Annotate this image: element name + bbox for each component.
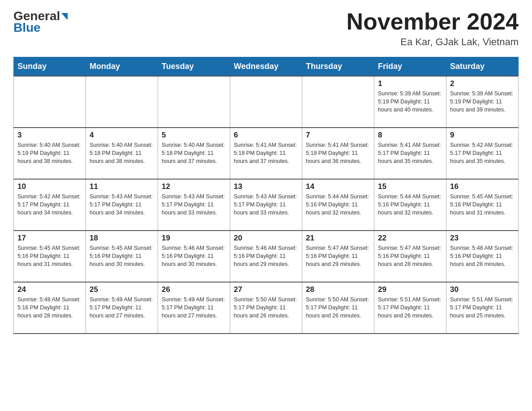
day-info: Sunrise: 5:45 AM Sunset: 5:16 PM Dayligh… [90,244,154,268]
day-number: 10 [17,182,82,191]
day-number: 19 [162,234,226,243]
calendar-day-cell: 11Sunrise: 5:43 AM Sunset: 5:17 PM Dayli… [86,179,158,231]
day-info: Sunrise: 5:47 AM Sunset: 5:16 PM Dayligh… [306,244,370,268]
day-number: 2 [450,79,515,88]
day-info: Sunrise: 5:45 AM Sunset: 5:16 PM Dayligh… [17,244,82,268]
day-info: Sunrise: 5:49 AM Sunset: 5:17 PM Dayligh… [90,295,154,320]
calendar-day-cell: 15Sunrise: 5:44 AM Sunset: 5:16 PM Dayli… [374,179,446,231]
day-info: Sunrise: 5:40 AM Sunset: 5:18 PM Dayligh… [162,141,226,165]
calendar-day-cell: 19Sunrise: 5:46 AM Sunset: 5:16 PM Dayli… [158,231,230,282]
day-info: Sunrise: 5:50 AM Sunset: 5:17 PM Dayligh… [234,295,298,320]
calendar-day-cell: 12Sunrise: 5:43 AM Sunset: 5:17 PM Dayli… [158,179,230,231]
day-number: 16 [450,182,515,191]
calendar-week-row: 24Sunrise: 5:48 AM Sunset: 5:16 PM Dayli… [14,282,519,334]
page-header: General Blue November 2024 Ea Kar, GJak … [13,9,519,48]
calendar-day-cell: 2Sunrise: 5:39 AM Sunset: 5:19 PM Daylig… [446,76,519,128]
day-number: 26 [162,285,226,294]
calendar-day-cell: 4Sunrise: 5:40 AM Sunset: 5:18 PM Daylig… [86,128,158,179]
day-number: 29 [378,285,442,294]
day-info: Sunrise: 5:45 AM Sunset: 5:16 PM Dayligh… [450,193,515,217]
day-info: Sunrise: 5:44 AM Sunset: 5:16 PM Dayligh… [306,193,370,217]
calendar-day-cell: 23Sunrise: 5:48 AM Sunset: 5:16 PM Dayli… [446,231,519,282]
calendar-day-cell: 8Sunrise: 5:41 AM Sunset: 5:17 PM Daylig… [374,128,446,179]
day-number: 1 [378,79,442,88]
day-info: Sunrise: 5:46 AM Sunset: 5:16 PM Dayligh… [234,244,298,268]
day-number: 14 [306,182,370,191]
day-number: 23 [450,234,515,243]
calendar-day-cell [302,76,374,128]
day-info: Sunrise: 5:41 AM Sunset: 5:18 PM Dayligh… [306,141,370,165]
title-section: November 2024 Ea Kar, GJak Lak, Vietnam [347,9,519,48]
logo: General Blue [13,9,68,35]
calendar-day-cell: 22Sunrise: 5:47 AM Sunset: 5:16 PM Dayli… [374,231,446,282]
logo-arrow-icon [61,13,68,20]
day-info: Sunrise: 5:43 AM Sunset: 5:17 PM Dayligh… [162,193,226,217]
day-number: 17 [17,234,82,243]
day-info: Sunrise: 5:51 AM Sunset: 5:17 PM Dayligh… [378,295,442,320]
calendar-week-row: 3Sunrise: 5:40 AM Sunset: 5:19 PM Daylig… [14,128,519,179]
calendar-day-cell: 30Sunrise: 5:51 AM Sunset: 5:17 PM Dayli… [446,282,519,334]
day-number: 22 [378,234,442,243]
day-info: Sunrise: 5:39 AM Sunset: 5:19 PM Dayligh… [450,90,515,114]
day-of-week-header: Monday [86,57,158,77]
header-row: SundayMondayTuesdayWednesdayThursdayFrid… [14,57,519,77]
day-info: Sunrise: 5:49 AM Sunset: 5:17 PM Dayligh… [162,295,226,320]
day-of-week-header: Tuesday [158,57,230,77]
calendar-day-cell [230,76,302,128]
day-number: 6 [234,131,298,140]
calendar-week-row: 17Sunrise: 5:45 AM Sunset: 5:16 PM Dayli… [14,231,519,282]
calendar-day-cell: 18Sunrise: 5:45 AM Sunset: 5:16 PM Dayli… [86,231,158,282]
day-number: 25 [90,285,154,294]
day-number: 7 [306,131,370,140]
day-of-week-header: Friday [374,57,446,77]
calendar-day-cell: 17Sunrise: 5:45 AM Sunset: 5:16 PM Dayli… [14,231,86,282]
calendar-day-cell: 28Sunrise: 5:50 AM Sunset: 5:17 PM Dayli… [302,282,374,334]
month-title: November 2024 [347,9,519,34]
day-info: Sunrise: 5:41 AM Sunset: 5:17 PM Dayligh… [378,141,442,165]
day-info: Sunrise: 5:43 AM Sunset: 5:17 PM Dayligh… [234,193,298,217]
calendar-header: SundayMondayTuesdayWednesdayThursdayFrid… [14,57,519,77]
day-info: Sunrise: 5:46 AM Sunset: 5:16 PM Dayligh… [162,244,226,268]
day-number: 9 [450,131,515,140]
day-info: Sunrise: 5:51 AM Sunset: 5:17 PM Dayligh… [450,295,515,320]
calendar-day-cell [14,76,86,128]
calendar-week-row: 1Sunrise: 5:39 AM Sunset: 5:19 PM Daylig… [14,76,519,128]
calendar-day-cell [86,76,158,128]
day-info: Sunrise: 5:40 AM Sunset: 5:18 PM Dayligh… [90,141,154,165]
location-subtitle: Ea Kar, GJak Lak, Vietnam [347,36,519,48]
day-number: 5 [162,131,226,140]
day-number: 4 [90,131,154,140]
calendar-day-cell: 27Sunrise: 5:50 AM Sunset: 5:17 PM Dayli… [230,282,302,334]
day-info: Sunrise: 5:44 AM Sunset: 5:16 PM Dayligh… [378,193,442,217]
day-info: Sunrise: 5:40 AM Sunset: 5:19 PM Dayligh… [17,141,82,165]
day-number: 13 [234,182,298,191]
day-info: Sunrise: 5:42 AM Sunset: 5:17 PM Dayligh… [450,141,515,165]
calendar-day-cell: 7Sunrise: 5:41 AM Sunset: 5:18 PM Daylig… [302,128,374,179]
calendar-week-row: 10Sunrise: 5:42 AM Sunset: 5:17 PM Dayli… [14,179,519,231]
day-info: Sunrise: 5:39 AM Sunset: 5:19 PM Dayligh… [378,90,442,114]
calendar-table: SundayMondayTuesdayWednesdayThursdayFrid… [13,57,519,334]
day-number: 27 [234,285,298,294]
calendar-day-cell: 24Sunrise: 5:48 AM Sunset: 5:16 PM Dayli… [14,282,86,334]
calendar-day-cell: 16Sunrise: 5:45 AM Sunset: 5:16 PM Dayli… [446,179,519,231]
day-of-week-header: Saturday [446,57,519,77]
day-number: 11 [90,182,154,191]
day-info: Sunrise: 5:48 AM Sunset: 5:16 PM Dayligh… [450,244,515,268]
day-info: Sunrise: 5:41 AM Sunset: 5:18 PM Dayligh… [234,141,298,165]
day-number: 20 [234,234,298,243]
day-of-week-header: Thursday [302,57,374,77]
day-info: Sunrise: 5:50 AM Sunset: 5:17 PM Dayligh… [306,295,370,320]
day-info: Sunrise: 5:42 AM Sunset: 5:17 PM Dayligh… [17,193,82,217]
day-number: 15 [378,182,442,191]
day-number: 8 [378,131,442,140]
day-of-week-header: Wednesday [230,57,302,77]
day-number: 3 [17,131,82,140]
calendar-day-cell: 25Sunrise: 5:49 AM Sunset: 5:17 PM Dayli… [86,282,158,334]
calendar-day-cell: 29Sunrise: 5:51 AM Sunset: 5:17 PM Dayli… [374,282,446,334]
calendar-day-cell: 20Sunrise: 5:46 AM Sunset: 5:16 PM Dayli… [230,231,302,282]
calendar-day-cell: 26Sunrise: 5:49 AM Sunset: 5:17 PM Dayli… [158,282,230,334]
day-number: 30 [450,285,515,294]
day-of-week-header: Sunday [14,57,86,77]
calendar-day-cell: 10Sunrise: 5:42 AM Sunset: 5:17 PM Dayli… [14,179,86,231]
day-number: 12 [162,182,226,191]
